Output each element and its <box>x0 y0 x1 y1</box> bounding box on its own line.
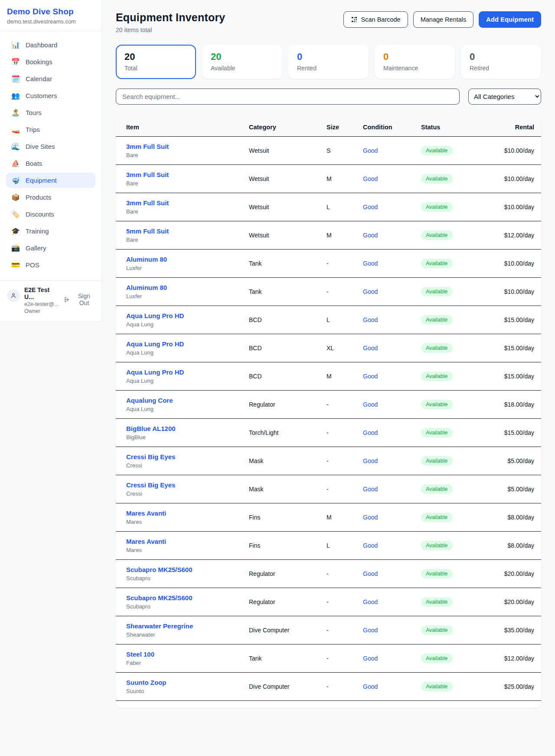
stat-card[interactable]: 0 Retired <box>461 45 541 79</box>
item-brand: Bare <box>126 237 249 243</box>
item-rental: $12.00/day <box>482 644 541 673</box>
condition-link[interactable]: Good <box>363 429 378 436</box>
category-select[interactable]: All Categories <box>468 89 541 105</box>
condition-link[interactable]: Good <box>363 486 378 493</box>
item-name-link[interactable]: Aqualung Core <box>126 397 249 404</box>
item-category: Dive Computer <box>249 616 326 644</box>
item-rental: $5.00/day <box>482 447 541 475</box>
sidebar-item[interactable]: 🎓 Training <box>6 224 95 239</box>
condition-link[interactable]: Good <box>363 683 378 690</box>
stat-card[interactable]: 20 Total <box>116 45 196 79</box>
item-category: BCD <box>249 334 326 362</box>
equipment-table: Item Category Size Condition Status Rent… <box>116 118 541 701</box>
condition-link[interactable]: Good <box>363 373 378 380</box>
sidebar-item[interactable]: 🌊 Dive Sites <box>6 139 95 154</box>
item-name-link[interactable]: Aqua Lung Pro HD <box>126 340 249 348</box>
condition-link[interactable]: Good <box>363 655 378 662</box>
item-name-link[interactable]: Scubapro MK25/S600 <box>126 566 249 573</box>
table-row: Steel 100 Faber Tank - Good Available $1… <box>116 644 541 673</box>
condition-link[interactable]: Good <box>363 232 378 239</box>
stat-card[interactable]: 0 Rented <box>288 45 369 79</box>
condition-link[interactable]: Good <box>363 204 378 210</box>
condition-link[interactable]: Good <box>363 542 378 549</box>
sidebar-item[interactable]: 🚤 Trips <box>6 122 95 137</box>
item-name-link[interactable]: Shearwater Peregrine <box>126 622 249 630</box>
sidebar-item[interactable]: 🏷️ Discounts <box>6 207 95 222</box>
sidebar-item-label: Products <box>26 194 51 201</box>
item-name-link[interactable]: Scubapro MK25/S600 <box>126 594 249 602</box>
sidebar-item-label: Dive Sites <box>26 143 55 150</box>
item-name-link[interactable]: Suunto Zoop <box>126 679 249 686</box>
item-name-link[interactable]: BigBlue AL1200 <box>126 425 249 432</box>
sidebar-item-label: Bookings <box>26 58 52 66</box>
table-row: Aluminum 80 Luxfer Tank - Good Available… <box>116 278 541 306</box>
sidebar-item[interactable]: 📅 Bookings <box>6 54 95 69</box>
item-rental: $8.00/day <box>482 532 541 560</box>
condition-link[interactable]: Good <box>363 401 378 408</box>
item-name-link[interactable]: Mares Avanti <box>126 509 249 517</box>
item-size: L <box>326 532 363 560</box>
condition-link[interactable]: Good <box>363 345 378 352</box>
item-rental: $10.00/day <box>482 137 541 165</box>
sidebar-item-label: POS <box>26 261 39 269</box>
item-name-link[interactable]: Cressi Big Eyes <box>126 481 249 489</box>
sidebar-item[interactable]: 🗓️ Calendar <box>6 71 95 86</box>
condition-link[interactable]: Good <box>363 147 378 154</box>
item-name-link[interactable]: Aluminum 80 <box>126 256 249 263</box>
item-brand: Bare <box>126 180 249 187</box>
sidebar-item[interactable]: 📊 Dashboard <box>6 37 95 53</box>
item-name-link[interactable]: Steel 100 <box>126 651 249 658</box>
sign-out-button[interactable]: Sign Out <box>64 293 95 306</box>
sidebar-item[interactable]: 📦 Products <box>6 190 95 205</box>
condition-link[interactable]: Good <box>363 627 378 634</box>
sidebar-item[interactable]: 💳 POS <box>6 257 95 273</box>
condition-link[interactable]: Good <box>363 175 378 182</box>
item-category: Tank <box>249 278 326 306</box>
condition-link[interactable]: Good <box>363 514 378 521</box>
item-rental: $10.00/day <box>482 193 541 221</box>
sidebar-item[interactable]: ⛵ Boats <box>6 156 95 171</box>
item-name-link[interactable]: Mares Avanti <box>126 538 249 545</box>
item-name-link[interactable]: 3mm Full Suit <box>126 171 249 178</box>
item-name-link[interactable]: 3mm Full Suit <box>126 199 249 207</box>
status-badge: Available <box>421 513 453 522</box>
status-badge: Available <box>421 259 453 268</box>
manage-rentals-button[interactable]: Manage Rentals <box>413 11 474 28</box>
scan-barcode-button[interactable]: Scan Barcode <box>343 11 408 28</box>
item-rental: $20.00/day <box>482 588 541 616</box>
stat-card[interactable]: 0 Maintenance <box>375 45 455 79</box>
item-name-link[interactable]: Cressi Big Eyes <box>126 453 249 460</box>
stat-card[interactable]: 20 Available <box>202 45 282 79</box>
condition-link[interactable]: Good <box>363 570 378 577</box>
sidebar-item-icon: 📦 <box>11 193 20 201</box>
column-header-condition: Condition <box>363 118 421 137</box>
item-name-link[interactable]: Aluminum 80 <box>126 284 249 291</box>
sidebar-item-icon: 👥 <box>11 92 20 100</box>
item-name-link[interactable]: Aqua Lung Pro HD <box>126 368 249 376</box>
condition-link[interactable]: Good <box>363 288 378 295</box>
item-category: Mask <box>249 475 326 503</box>
condition-link[interactable]: Good <box>363 457 378 464</box>
sidebar-item[interactable]: 🤿 Equipment <box>6 173 95 188</box>
add-equipment-button[interactable]: Add Equipment <box>479 11 541 28</box>
item-rental: $20.00/day <box>482 560 541 588</box>
condition-link[interactable]: Good <box>363 260 378 267</box>
sidebar-item[interactable]: 🏝️ Tours <box>6 105 95 120</box>
sidebar-item[interactable]: 📸 Gallery <box>6 240 95 256</box>
condition-link[interactable]: Good <box>363 598 378 605</box>
brand-name: Demo Dive Shop <box>7 7 95 16</box>
stat-label: Rented <box>297 65 360 72</box>
item-category: Wetsuit <box>249 193 326 221</box>
status-badge: Available <box>421 343 453 353</box>
item-name-link[interactable]: Aqua Lung Pro HD <box>126 312 249 319</box>
item-name-link[interactable]: 3mm Full Suit <box>126 143 249 150</box>
item-brand: Cressi <box>126 490 249 497</box>
condition-link[interactable]: Good <box>363 316 378 323</box>
item-size: S <box>326 137 363 165</box>
item-brand: Cressi <box>126 462 249 469</box>
item-size: - <box>326 673 363 701</box>
sidebar-item[interactable]: 👥 Customers <box>6 88 95 103</box>
item-name-link[interactable]: 5mm Full Suit <box>126 227 249 235</box>
search-input[interactable] <box>116 89 460 105</box>
item-size: - <box>326 644 363 673</box>
